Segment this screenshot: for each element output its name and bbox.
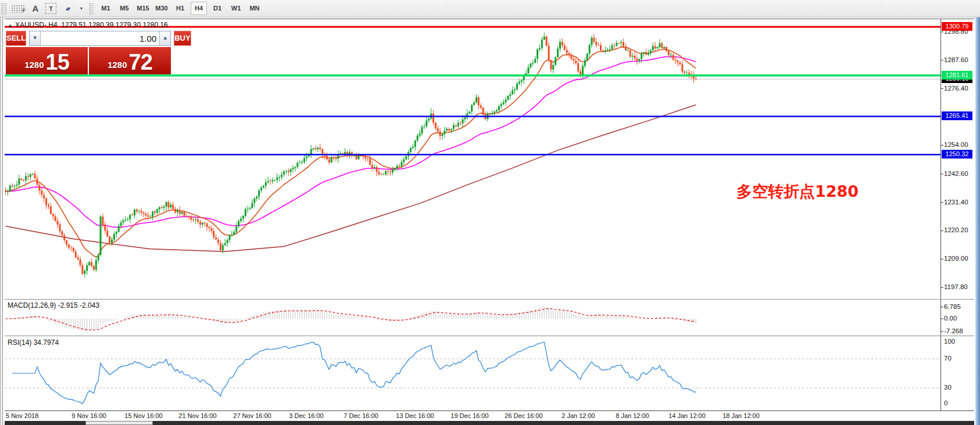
macd-signal-line	[6, 309, 696, 330]
toolbar-separator	[90, 3, 94, 15]
timeframe-bar: M1M5M15M30H1H4D1W1MN	[96, 2, 264, 15]
scrollbar-thumb[interactable]	[85, 421, 153, 425]
window-right-border	[975, 17, 980, 425]
buy-quote-pips: 72	[129, 52, 152, 73]
toolbar-grip[interactable]	[1, 3, 6, 15]
chart-annotation-text: 多空转折点1280	[736, 181, 859, 202]
timeframe-button-D1[interactable]: D1	[209, 2, 226, 15]
sell-button[interactable]: SELL	[6, 31, 26, 46]
buy-quote-base: 1280	[108, 57, 127, 73]
macd-indicator-label: MACD(12,26,9) -2.915 -2.043	[8, 301, 99, 309]
timeframe-button-H1[interactable]: H1	[172, 2, 188, 15]
symbol-period-label: XAUUSD-,H4	[15, 21, 58, 29]
mt4-terminal: F A T ▴▾ ▾ M1M5M15M30H1H4D1W1MN 1298.801…	[0, 0, 980, 425]
dropdown-caret-icon[interactable]: ▾	[78, 2, 84, 15]
horizontal-scrollbar[interactable]	[5, 421, 974, 425]
buy-quote[interactable]: 1280 72	[89, 47, 171, 74]
toolbar: F A T ▴▾ ▾ M1M5M15M30H1H4D1W1MN	[0, 0, 980, 17]
symbol-marker-icon: ▲	[8, 23, 13, 28]
one-click-trading-panel: SELL ▼ ▲ BUY 1280 15 1280 72	[6, 31, 171, 74]
timeframe-button-H4[interactable]: H4	[191, 2, 207, 15]
sell-quote[interactable]: 1280 15	[6, 47, 88, 74]
volume-increase-button[interactable]: ▲	[159, 31, 170, 45]
text-label-icon[interactable]: T	[45, 3, 56, 14]
window-left-border	[0, 17, 5, 425]
chart-title: ▲XAUUSD-,H4 1279.51 1280.39 1279.30 1280…	[8, 21, 168, 29]
macd-histogram	[6, 307, 696, 332]
buy-button[interactable]: BUY	[174, 31, 191, 46]
timeframe-button-M30[interactable]: M30	[153, 2, 170, 15]
macd-pane	[6, 307, 696, 332]
font-icon[interactable]: A	[30, 2, 41, 15]
timeframe-button-W1[interactable]: W1	[228, 2, 244, 15]
timeframe-button-M1[interactable]: M1	[98, 2, 114, 15]
volume-input[interactable]	[41, 31, 159, 45]
rsi-indicator-label: RSI(14) 34.7974	[8, 338, 59, 347]
timeframe-button-M5[interactable]: M5	[116, 2, 133, 15]
timeframe-button-M15[interactable]: M15	[135, 2, 151, 15]
timeframe-button-MN[interactable]: MN	[246, 2, 263, 15]
slow-ma-line	[6, 105, 696, 252]
indicator-grid-icon[interactable]: F	[10, 5, 26, 13]
rsi-line	[12, 342, 696, 404]
mid-ma-line	[6, 57, 696, 228]
volume-decrease-button[interactable]: ▼	[30, 31, 41, 45]
sell-quote-base: 1280	[24, 57, 44, 73]
ohlc-values: 1279.51 1280.39 1279.30 1280.16	[61, 21, 168, 29]
sell-quote-pips: 15	[46, 52, 69, 73]
objects-icon[interactable]: ▴▾	[61, 2, 74, 15]
